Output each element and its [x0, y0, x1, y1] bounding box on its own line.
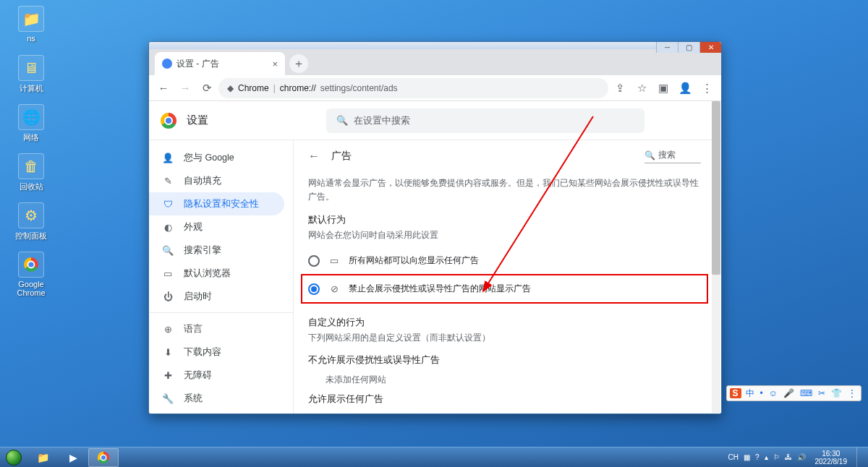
sidebar-icon: ⏻	[162, 291, 174, 302]
sidebar-item-label: 下载内容	[184, 346, 221, 359]
panel-back-button[interactable]: ←	[308, 150, 320, 163]
radio-block-intrusive[interactable]: ⊘ 禁止会展示侵扰性或误导性广告的网站显示广告	[308, 277, 701, 301]
settings-search[interactable]: 🔍 在设置中搜索	[326, 108, 644, 133]
sidebar-icon: ✎	[162, 176, 174, 187]
tray-help-icon[interactable]: ?	[755, 453, 760, 461]
url-path: settings/content/ads	[320, 83, 398, 93]
desktop-icon-folder[interactable]: 📁ns	[11, 6, 51, 43]
menu-button[interactable]: ⋮	[697, 78, 717, 98]
browser-tab[interactable]: 设置 - 广告 ×	[155, 52, 285, 75]
sidebar-icon: 👤	[162, 153, 174, 163]
sidebar-icon: ⬇	[162, 347, 174, 358]
sidebar-item-label: 外观	[184, 221, 203, 234]
sidebar-item-9[interactable]: ⬇下载内容	[149, 340, 284, 364]
sidebar-item-3[interactable]: ◐外观	[149, 215, 284, 239]
sidebar-item-label: 语言	[184, 323, 203, 335]
nav-reload-button[interactable]: ⟳	[197, 78, 217, 98]
disallow-section-title: 不允许展示侵扰性或误导性广告	[308, 354, 701, 367]
close-tab-icon[interactable]: ×	[272, 59, 278, 69]
url-host: chrome://	[280, 83, 316, 93]
sidebar-item-5[interactable]: ▭默认浏览器	[149, 262, 284, 285]
tray-chevron-icon[interactable]: ▴	[765, 453, 768, 461]
scrollbar-thumb[interactable]	[712, 101, 720, 275]
profile-button[interactable]: 👤	[675, 78, 695, 98]
sidebar-item-0[interactable]: 👤您与 Google	[149, 146, 284, 169]
panel-description: 网站通常会显示广告，以便能够免费提供内容或服务。但是，我们已知某些网站会展示侵扰…	[308, 176, 701, 204]
tray-lang[interactable]: CH	[728, 453, 738, 461]
extensions-button[interactable]: ▣	[653, 78, 673, 98]
sidebar-item-2[interactable]: 🛡隐私设置和安全性	[149, 192, 284, 215]
sidebar-item-label: 自动填充	[184, 175, 221, 187]
chrome-icon	[18, 252, 44, 278]
tray-time: 16:30	[815, 450, 848, 458]
desktop-icon-control-panel[interactable]: ⚙控制面板	[11, 202, 51, 241]
sidebar-item-label: 默认浏览器	[184, 267, 231, 280]
nav-forward-button[interactable]: →	[175, 78, 195, 98]
ime-skin-icon[interactable]: ✂	[817, 388, 827, 398]
tray-flag-icon[interactable]: ⚐	[773, 453, 780, 461]
allow-section-title: 允许展示任何广告	[308, 393, 701, 406]
annotation-highlight: ⊘ 禁止会展示侵扰性或误导性广告的网站显示广告	[301, 274, 708, 304]
ime-emoji-icon[interactable]: ☺	[767, 388, 779, 398]
settings-sidebar: 👤您与 Google✎自动填充🛡隐私设置和安全性◐外观🔍搜索引擎▭默认浏览器⏻启…	[149, 140, 294, 414]
desktop-icon-recycle[interactable]: 🗑回收站	[11, 153, 51, 192]
taskbar: 📁 ▶ CH ▦ ? ▴ ⚐ 🖧 🔊 16:30 2022/8/19	[0, 447, 868, 467]
recycle-icon: 🗑	[18, 153, 44, 179]
ime-menu-icon[interactable]: ⋮	[846, 388, 858, 398]
desktop-icon-computer[interactable]: 🖥计算机	[11, 55, 51, 94]
new-tab-button[interactable]: ＋	[289, 54, 308, 73]
sidebar-item-1[interactable]: ✎自动填充	[149, 169, 284, 192]
sidebar-item-4[interactable]: 🔍搜索引擎	[149, 239, 284, 262]
gear-icon	[162, 59, 172, 69]
search-icon: 🔍	[644, 150, 655, 160]
ime-tools-icon[interactable]: 👕	[830, 388, 843, 398]
share-button[interactable]: ⇪	[610, 78, 630, 98]
tab-title: 设置 - 广告	[176, 58, 219, 70]
taskbar-explorer[interactable]: 📁	[27, 448, 58, 467]
address-bar[interactable]: ◆ Chrome | chrome://settings/content/ads	[218, 78, 608, 98]
desktop-label: 网络	[11, 132, 51, 143]
ads-icon: ▭	[328, 255, 340, 266]
show-desktop-button[interactable]	[856, 447, 864, 468]
sidebar-item-label: 启动时	[184, 291, 212, 303]
settings-icon: ⚙	[18, 202, 44, 228]
bookmark-button[interactable]: ☆	[631, 78, 652, 98]
ime-punct-icon[interactable]: •	[759, 388, 765, 398]
window-close[interactable]: ✕	[699, 41, 721, 53]
ime-toolbar[interactable]: S 中 • ☺ 🎤 ⌨ ✂ 👕 ⋮	[726, 385, 861, 401]
system-tray[interactable]: CH ▦ ? ▴ ⚐ 🖧 🔊 16:30 2022/8/19	[723, 447, 868, 468]
nav-back-button[interactable]: ←	[153, 78, 174, 98]
radio-allow-all[interactable]: ▭ 所有网站都可以向您显示任何广告	[308, 249, 701, 273]
desktop-icon-network[interactable]: 🌐网络	[11, 104, 51, 143]
folder-icon: 📁	[18, 6, 44, 32]
desktop-icon-chrome[interactable]: Google Chrome	[11, 252, 51, 297]
sidebar-item-10[interactable]: ✚无障碍	[149, 364, 284, 387]
tray-network-icon[interactable]: 🖧	[785, 453, 792, 461]
sidebar-icon: ◐	[162, 222, 174, 233]
sidebar-item-11[interactable]: 🔧系统	[149, 387, 284, 410]
ime-logo-icon: S	[730, 388, 741, 398]
tab-strip: 设置 - 广告 × ＋	[149, 49, 721, 75]
browser-toolbar: ← → ⟳ ◆ Chrome | chrome://settings/conte…	[149, 75, 721, 101]
tray-ime-icon[interactable]: ▦	[744, 453, 750, 461]
ime-keyboard-icon[interactable]: ⌨	[799, 388, 814, 398]
url-scheme: Chrome	[238, 83, 269, 93]
taskbar-chrome[interactable]	[88, 448, 119, 467]
panel-search[interactable]: 🔍搜索	[644, 149, 701, 163]
window-minimize[interactable]: ─	[656, 41, 678, 53]
window-maximize[interactable]: ▢	[678, 41, 699, 53]
window-titlebar[interactable]: ─ ▢ ✕	[149, 42, 721, 49]
tray-clock[interactable]: 16:30 2022/8/19	[811, 450, 852, 466]
scrollbar[interactable]	[712, 101, 720, 413]
taskbar-media-player[interactable]: ▶	[58, 448, 88, 467]
sidebar-item-12[interactable]: ↺重置并清理	[149, 410, 284, 414]
ime-voice-icon[interactable]: 🎤	[782, 388, 796, 398]
sidebar-item-label: 搜索引擎	[184, 244, 221, 257]
sidebar-icon: 🔧	[162, 393, 174, 404]
sidebar-item-8[interactable]: ⊕语言	[149, 317, 284, 340]
tray-volume-icon[interactable]: 🔊	[797, 453, 806, 461]
ime-mode[interactable]: 中	[744, 387, 756, 400]
start-button[interactable]	[0, 447, 27, 468]
disallow-empty-text: 未添加任何网站	[326, 374, 701, 386]
sidebar-item-6[interactable]: ⏻启动时	[149, 285, 284, 308]
